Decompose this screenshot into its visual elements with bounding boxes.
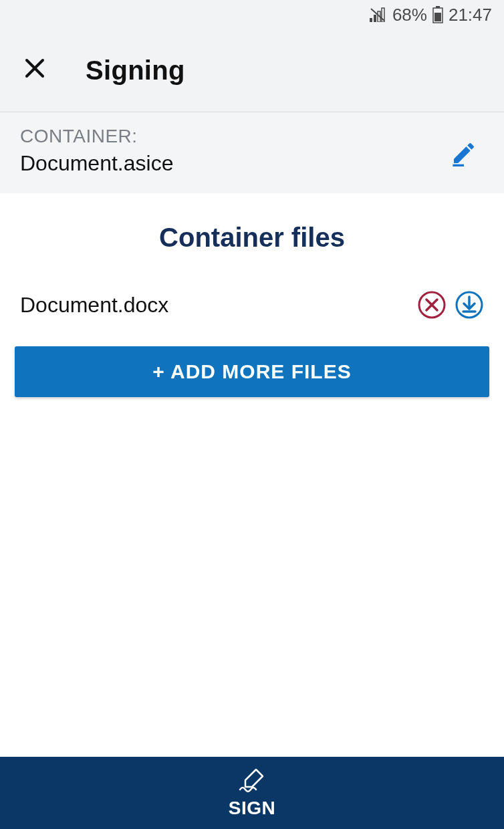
add-more-files-button[interactable]: + ADD MORE FILES — [15, 346, 489, 397]
svg-rect-7 — [434, 13, 441, 21]
file-row: Document.docx — [0, 290, 504, 320]
page-title: Signing — [86, 55, 185, 86]
sign-button[interactable]: SIGN — [0, 757, 504, 829]
status-bar: 68% 21:47 — [0, 0, 504, 29]
svg-rect-1 — [374, 15, 376, 22]
add-more-label: + ADD MORE FILES — [152, 360, 351, 383]
container-section: CONTAINER: Document.asice — [0, 112, 504, 193]
svg-rect-0 — [370, 18, 372, 22]
signature-icon — [236, 767, 268, 796]
battery-icon — [432, 6, 443, 23]
file-actions — [417, 290, 484, 320]
download-file-icon[interactable] — [455, 290, 484, 320]
edit-icon[interactable] — [444, 133, 484, 176]
clock-time: 21:47 — [449, 5, 492, 25]
close-icon[interactable] — [24, 57, 45, 85]
files-area: Container files Document.docx — [0, 193, 504, 757]
container-info: CONTAINER: Document.asice — [20, 126, 173, 176]
battery-percentage: 68% — [392, 5, 427, 25]
container-name: Document.asice — [20, 151, 173, 176]
sign-label: SIGN — [229, 798, 275, 819]
files-title: Container files — [0, 223, 504, 253]
file-name: Document.docx — [20, 293, 168, 318]
app-bar: Signing — [0, 29, 504, 112]
cellular-signal-icon — [370, 7, 387, 22]
remove-file-icon[interactable] — [417, 290, 447, 320]
svg-rect-10 — [453, 164, 464, 166]
container-label: CONTAINER: — [20, 126, 173, 147]
